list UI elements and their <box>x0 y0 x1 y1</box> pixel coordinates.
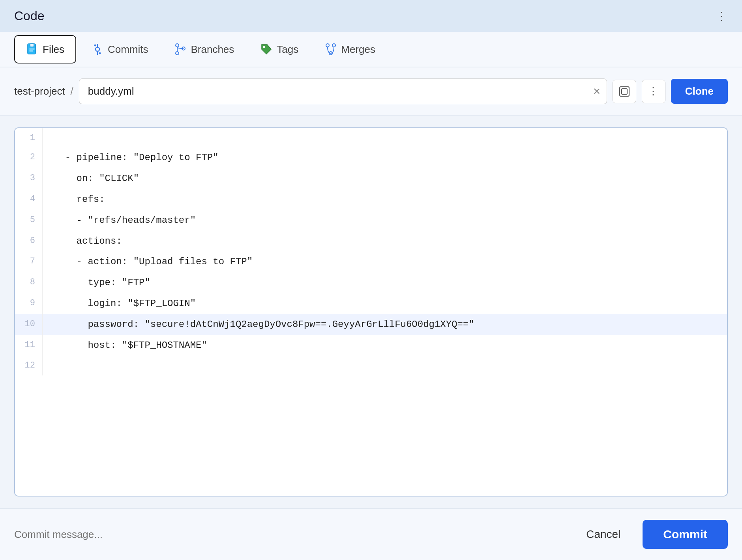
line-number: 9 <box>15 293 43 314</box>
tags-icon <box>260 43 273 56</box>
svg-point-14 <box>326 44 329 47</box>
line-content: host: "$FTP_HOSTNAME" <box>43 335 727 356</box>
tab-tags-label: Tags <box>277 43 298 56</box>
code-lines: 12 - pipeline: "Deploy to FTP"3 on: "CLI… <box>15 128 727 375</box>
line-content: - action: "Upload files to FTP" <box>43 252 727 273</box>
code-line: 8 type: "FTP" <box>15 273 727 293</box>
footer-actions: Cancel Commit <box>572 520 728 549</box>
line-number: 3 <box>15 168 43 189</box>
svg-point-8 <box>99 52 101 54</box>
line-number: 12 <box>15 356 43 375</box>
code-line: 11 host: "$FTP_HOSTNAME" <box>15 335 727 356</box>
line-content <box>43 356 727 375</box>
svg-point-15 <box>332 44 335 47</box>
code-line: 4 refs: <box>15 189 727 210</box>
line-number: 4 <box>15 189 43 210</box>
commit-message-input[interactable] <box>14 528 572 541</box>
svg-rect-18 <box>622 89 627 94</box>
files-icon <box>26 43 39 56</box>
expand-icon-button[interactable] <box>613 80 636 103</box>
branches-icon <box>174 43 187 56</box>
line-number: 8 <box>15 273 43 293</box>
app-header: Code ⋮ <box>0 0 742 32</box>
more-options-button[interactable]: ⋮ <box>642 80 665 103</box>
line-number: 7 <box>15 252 43 273</box>
svg-point-9 <box>176 44 179 47</box>
file-path-wrapper: ✕ <box>79 78 607 104</box>
line-content: - "refs/heads/master" <box>43 210 727 231</box>
toolbar: test-project / ✕ ⋮ Clone <box>0 67 742 116</box>
line-number: 11 <box>15 335 43 356</box>
line-content: login: "$FTP_LOGIN" <box>43 293 727 314</box>
code-line: 5 - "refs/heads/master" <box>15 210 727 231</box>
line-content: actions: <box>43 231 727 252</box>
merges-icon <box>324 43 337 56</box>
line-number: 2 <box>15 147 43 168</box>
code-line: 6 actions: <box>15 231 727 252</box>
cancel-button[interactable]: Cancel <box>572 522 635 547</box>
tab-tags[interactable]: Tags <box>249 36 309 63</box>
clear-input-icon[interactable]: ✕ <box>593 86 601 97</box>
file-path-input[interactable] <box>79 78 607 104</box>
line-number: 5 <box>15 210 43 231</box>
commits-icon <box>91 43 104 56</box>
breadcrumb-project: test-project <box>14 85 65 97</box>
app-title: Code <box>14 9 45 23</box>
svg-point-13 <box>263 46 265 48</box>
line-content: password: "secure!dAtCnWj1Q2aegDyOvc8Fpw… <box>43 314 727 335</box>
tab-merges-label: Merges <box>341 43 375 56</box>
line-content: on: "CLICK" <box>43 168 727 189</box>
tab-branches-label: Branches <box>191 43 234 56</box>
line-number: 6 <box>15 231 43 252</box>
tab-files-label: Files <box>43 43 64 56</box>
line-content: type: "FTP" <box>43 273 727 293</box>
more-options-dots: ⋮ <box>648 85 659 97</box>
code-line: 1 <box>15 128 727 147</box>
breadcrumb-separator: / <box>71 85 73 97</box>
line-content: - pipeline: "Deploy to FTP" <box>43 147 727 168</box>
svg-point-10 <box>176 52 179 55</box>
line-content <box>43 128 727 147</box>
code-line: 3 on: "CLICK" <box>15 168 727 189</box>
footer: Cancel Commit <box>0 508 742 560</box>
tab-commits[interactable]: Commits <box>80 36 159 63</box>
code-line: 10 password: "secure!dAtCnWj1Q2aegDyOvc8… <box>15 314 727 335</box>
clone-button[interactable]: Clone <box>671 79 728 104</box>
tab-commits-label: Commits <box>108 43 148 56</box>
svg-rect-2 <box>29 49 35 50</box>
line-number: 1 <box>15 128 43 147</box>
code-line: 7 - action: "Upload files to FTP" <box>15 252 727 273</box>
tab-branches[interactable]: Branches <box>163 36 245 63</box>
tab-merges[interactable]: Merges <box>313 36 386 63</box>
code-editor: 12 - pipeline: "Deploy to FTP"3 on: "CLI… <box>14 127 728 497</box>
nav-tabs: Files Commits Branches Tags <box>0 32 742 67</box>
code-line: 9 login: "$FTP_LOGIN" <box>15 293 727 314</box>
code-line: 12 <box>15 356 727 375</box>
svg-rect-17 <box>620 87 629 96</box>
svg-rect-3 <box>29 50 33 52</box>
line-content: refs: <box>43 189 727 210</box>
svg-rect-1 <box>30 44 34 47</box>
expand-icon <box>619 86 630 97</box>
line-number: 10 <box>15 314 43 335</box>
tab-files[interactable]: Files <box>14 35 76 63</box>
commit-button[interactable]: Commit <box>643 520 728 549</box>
svg-point-7 <box>94 45 96 47</box>
svg-point-4 <box>96 47 99 51</box>
more-options-icon[interactable]: ⋮ <box>716 9 728 22</box>
code-line: 2 - pipeline: "Deploy to FTP" <box>15 147 727 168</box>
